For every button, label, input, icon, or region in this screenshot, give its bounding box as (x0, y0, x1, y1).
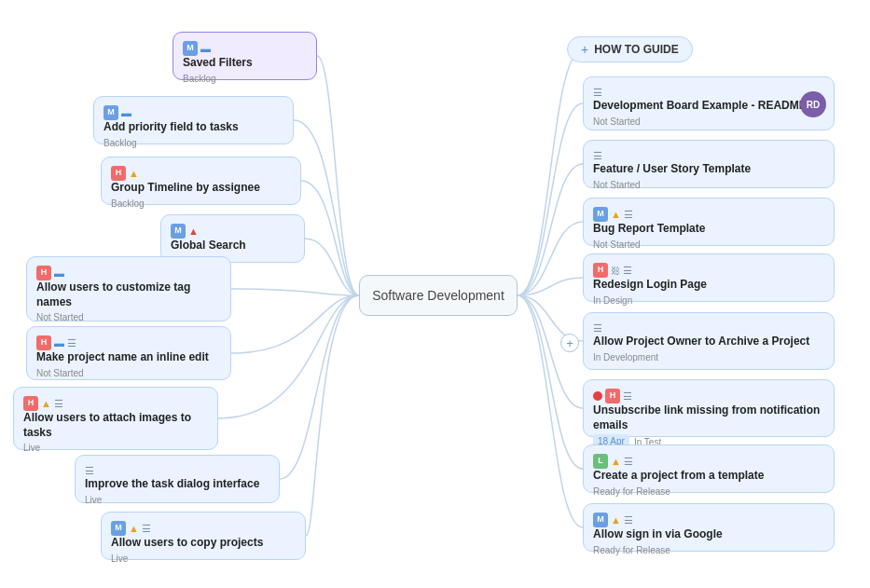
card-archive-project[interactable]: ☰ Allow Project Owner to Archive a Proje… (583, 312, 835, 370)
card-title: Global Search (171, 239, 295, 253)
card-status: Ready for Release (593, 544, 824, 556)
card-status: Not Started (593, 239, 824, 251)
plus-icon-how[interactable]: + (581, 42, 588, 57)
badge-m: M (111, 521, 126, 536)
plus-btn-archive[interactable]: + (560, 334, 579, 352)
badge-h: H (111, 166, 126, 181)
card-copy-projects[interactable]: M ▲ ☰ Allow users to copy projects Live (101, 512, 306, 560)
card-icons: ☰ (593, 149, 824, 162)
card-create-from-template[interactable]: L ▲ ☰ Create a project from a template R… (583, 444, 835, 493)
doc-icon: ☰ (593, 321, 602, 335)
badge-h: H (593, 263, 608, 278)
card-title: Allow users to attach images to tasks (23, 411, 208, 440)
card-icons: ☰ (85, 464, 269, 477)
card-attach-images[interactable]: H ▲ ☰ Allow users to attach images to ta… (13, 387, 218, 450)
doc-icon: ☰ (67, 336, 76, 349)
card-title: Create a project from a template (593, 469, 824, 484)
card-icons: H ☰ (593, 389, 824, 403)
badge-h: H (36, 266, 51, 280)
card-title: Group Timeline by assignee (111, 181, 291, 196)
card-icons: H ▲ ☰ (23, 396, 208, 411)
card-icons: M ▬ (104, 105, 283, 120)
card-saved-filters[interactable]: M ▬ Saved Filters Backlog (173, 32, 317, 80)
card-status: In Design (593, 294, 824, 307)
card-title: Make project name an inline edit (36, 350, 221, 365)
card-inline-edit[interactable]: H ▬ ☰ Make project name an inline edit N… (26, 326, 231, 380)
badge-h: H (36, 335, 51, 350)
red-dot-icon (593, 391, 602, 401)
avatar-rd: RD (800, 91, 826, 117)
badge-m: M (183, 41, 198, 56)
card-task-dialog[interactable]: ☰ Improve the task dialog interface Live (75, 455, 280, 503)
doc-icon: ☰ (623, 264, 632, 277)
card-title: Allow users to copy projects (111, 536, 296, 551)
badge-h: H (605, 389, 620, 403)
doc-icon: ☰ (593, 149, 602, 162)
card-title: Allow Project Owner to Archive a Project (593, 335, 824, 349)
card-status: In Development (593, 351, 824, 363)
priority-med-icon: ▲ (129, 167, 139, 180)
card-icons: ☰ (593, 86, 824, 99)
card-status: Not Started (36, 367, 221, 379)
card-title: Feature / User Story Template (593, 162, 824, 177)
priority-med-icon: ▲ (611, 208, 621, 221)
center-node[interactable]: Software Development (359, 275, 518, 316)
doc-icon: ☰ (624, 208, 633, 221)
priority-med-icon: ▲ (611, 455, 621, 468)
card-status: Ready for Release (593, 485, 824, 498)
card-icons: ☰ (593, 321, 824, 335)
badge-m: M (593, 207, 608, 222)
priority-med-icon: ▲ (41, 397, 51, 410)
card-title: Saved Filters (183, 56, 307, 71)
badge-m: M (593, 513, 608, 527)
mindmap-canvas: Software Development + HOW TO GUIDE M ▬ … (0, 0, 870, 588)
card-icons: H ⛓ ☰ (593, 263, 824, 278)
card-title: Unsubscribe link missing from notificati… (593, 403, 824, 432)
card-status: Live (85, 494, 269, 506)
card-redesign-login[interactable]: H ⛓ ☰ Redesign Login Page In Design (583, 253, 835, 302)
badge-h: H (23, 396, 38, 411)
card-unsubscribe-link[interactable]: H ☰ Unsubscribe link missing from notifi… (583, 379, 835, 437)
card-bug-report[interactable]: M ▲ ☰ Bug Report Template Not Started (583, 198, 835, 246)
card-icons: H ▬ ☰ (36, 335, 221, 350)
priority-low-icon: ▬ (54, 267, 64, 280)
doc-icon: ☰ (54, 397, 63, 410)
card-title: Add priority field to tasks (104, 120, 283, 135)
card-title: Allow users to customize tag names (36, 280, 221, 309)
badge-m: M (104, 105, 118, 120)
card-status: Live (111, 553, 296, 565)
card-icons: M ▬ (183, 41, 307, 56)
card-title: Development Board Example - README (593, 99, 824, 114)
card-icons: M ▲ (171, 224, 295, 239)
card-icons: H ▬ (36, 266, 221, 280)
priority-low-icon: ▬ (121, 106, 131, 119)
priority-med-icon: ▲ (611, 513, 621, 526)
card-title: Bug Report Template (593, 222, 824, 237)
card-icons: M ▲ ☰ (593, 207, 824, 222)
card-status: Not Started (593, 179, 824, 191)
priority-med-icon: ▲ (129, 522, 139, 535)
doc-icon: ☰ (593, 86, 602, 99)
priority-high-icon: ▲ (188, 225, 199, 238)
card-icons: M ▲ ☰ (593, 513, 824, 527)
card-customize-tags[interactable]: H ▬ Allow users to customize tag names N… (26, 256, 231, 321)
card-status: Not Started (36, 311, 221, 323)
card-add-priority[interactable]: M ▬ Add priority field to tasks Backlog (93, 96, 294, 144)
card-group-timeline[interactable]: H ▲ Group Timeline by assignee Backlog (101, 157, 301, 205)
priority-low-icon: ▬ (200, 42, 211, 55)
doc-icon: ☰ (142, 522, 151, 535)
how-to-guide-node[interactable]: + HOW TO GUIDE (567, 36, 693, 62)
card-status: Backlog (183, 73, 307, 85)
badge-l: L (593, 454, 608, 469)
priority-low-icon: ▬ (54, 336, 64, 349)
card-dev-board-readme[interactable]: ☰ Development Board Example - README Not… (583, 76, 835, 130)
card-feature-template[interactable]: ☰ Feature / User Story Template Not Star… (583, 140, 835, 188)
card-status: Live (23, 442, 208, 454)
card-icons: L ▲ ☰ (593, 454, 824, 469)
center-node-label: Software Development (372, 287, 504, 304)
link-icon: ⛓ (611, 265, 620, 277)
card-title: Redesign Login Page (593, 278, 824, 293)
card-icons: H ▲ (111, 166, 291, 181)
card-sign-in-google[interactable]: M ▲ ☰ Allow sign in via Google Ready for… (583, 503, 835, 552)
doc-icon: ☰ (623, 390, 632, 403)
